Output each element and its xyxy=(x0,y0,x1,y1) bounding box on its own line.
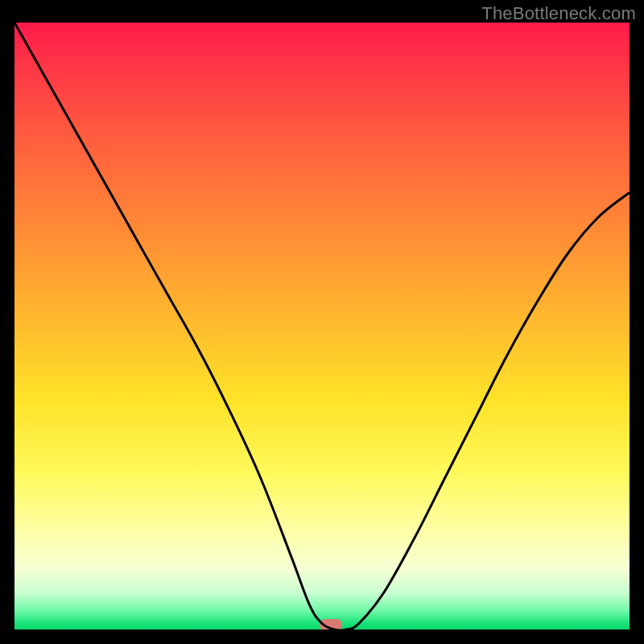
attribution-label: TheBottleneck.com xyxy=(481,3,636,24)
bottleneck-curve-path xyxy=(14,23,630,630)
bottleneck-curve xyxy=(14,23,630,630)
chart-frame: TheBottleneck.com xyxy=(0,0,644,644)
plot-area xyxy=(14,23,630,630)
